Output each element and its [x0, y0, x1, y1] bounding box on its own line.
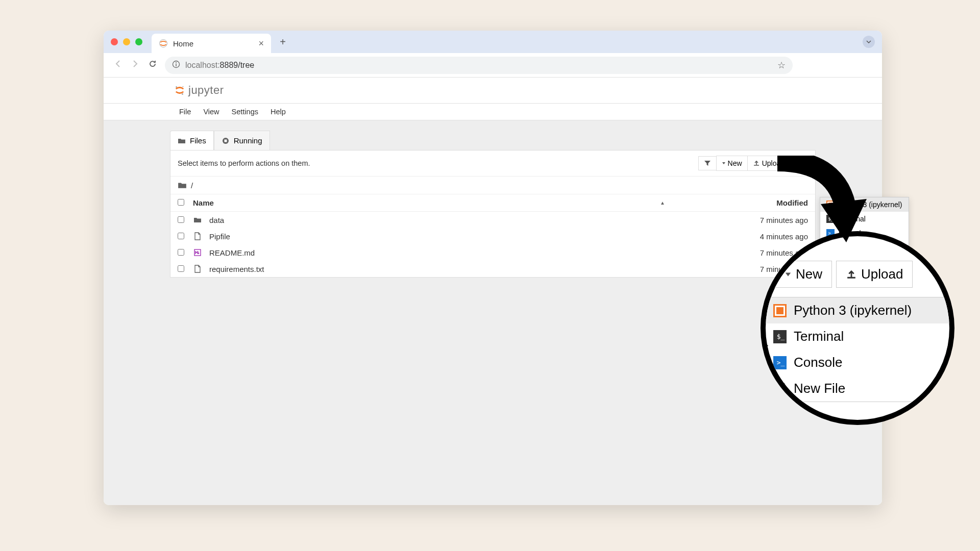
menu-bar: File View Settings Help — [104, 104, 882, 120]
tab-bar: Home × + — [104, 31, 882, 53]
svg-point-2 — [176, 62, 177, 63]
python-kernel-icon — [826, 201, 835, 209]
svg-point-4 — [176, 86, 177, 88]
file-list-header: Name ▲ Modified — [170, 194, 815, 212]
tabs-dropdown-button[interactable] — [863, 36, 875, 48]
jupyter-planet-icon — [174, 85, 185, 96]
browser-window: Home × + localhost:8889/tree ☆ — [104, 31, 882, 505]
browser-tab[interactable]: Home × — [152, 34, 271, 53]
url-bar-area: localhost:8889/tree ☆ — [104, 53, 882, 78]
caret-down-icon — [722, 161, 726, 165]
filter-button[interactable] — [698, 156, 717, 170]
address-bar[interactable]: localhost:8889/tree ☆ — [165, 57, 793, 74]
refresh-icon — [795, 160, 802, 167]
svg-point-6 — [182, 93, 183, 95]
maximize-window-button[interactable] — [135, 38, 142, 45]
file-row[interactable]: requirements.txt7 minutes ago — [170, 261, 815, 277]
breadcrumb-path[interactable]: / — [191, 181, 193, 190]
refresh-button[interactable] — [790, 156, 808, 170]
folder-icon — [178, 137, 186, 145]
back-button[interactable] — [113, 59, 123, 71]
magnifier-terminal-label: Terminal — [794, 329, 844, 344]
new-button[interactable]: New — [716, 156, 748, 171]
magnifier-upload-label: Upload — [861, 266, 903, 282]
traffic-lights — [111, 38, 142, 45]
select-hint-text: Select items to perform actions on them. — [178, 159, 699, 167]
menu-help[interactable]: Help — [265, 106, 291, 118]
magnifier-newfile-label: New File — [794, 381, 845, 396]
upload-button-label: Upload — [762, 159, 785, 167]
file-row[interactable]: README.md7 minutes ago — [170, 244, 815, 261]
url-text: localhost:8889/tree — [185, 61, 777, 70]
new-python3-label: Python 3 (ipykernel) — [839, 201, 902, 209]
bookmark-button[interactable]: ☆ — [777, 60, 786, 71]
file-row[interactable]: data7 minutes ago — [170, 212, 815, 228]
tab-files-label: Files — [190, 136, 206, 145]
magnifier-python-label: Python 3 (ipykernel) — [794, 303, 912, 318]
row-modified: 7 minutes ago — [685, 248, 808, 257]
tab-running[interactable]: Running — [214, 131, 270, 150]
magnifier-console-label: Console — [794, 355, 842, 370]
menu-file[interactable]: File — [174, 106, 196, 118]
new-python3-item[interactable]: Python 3 (ipykernel) — [820, 197, 909, 212]
close-window-button[interactable] — [111, 38, 118, 45]
column-name[interactable]: Name ▲ — [193, 198, 685, 207]
column-name-label: Name — [193, 198, 214, 207]
jupyter-logo-text: jupyter — [188, 84, 224, 97]
magnifier-item-newfile: New File — [763, 375, 954, 402]
file-row[interactable]: Pipfile4 minutes ago — [170, 228, 815, 244]
row-name[interactable]: data — [209, 216, 224, 224]
magnifier-item-console: >_ Console — [763, 349, 954, 375]
reload-button[interactable] — [148, 59, 158, 71]
magnifier-upload-button: Upload — [836, 261, 913, 288]
magnifier-callout: di New Upload Python 3 (ipykernel) $_ Te… — [761, 231, 954, 425]
console-icon: >_ — [773, 356, 787, 369]
svg-rect-3 — [176, 64, 176, 66]
tab-files[interactable]: Files — [170, 131, 214, 150]
folder-icon — [193, 215, 202, 224]
file-icon — [193, 264, 202, 273]
magnifier-new-label: New — [796, 266, 822, 282]
row-modified: 7 minutes ago — [685, 216, 808, 224]
forward-button[interactable] — [130, 59, 140, 71]
row-checkbox[interactable] — [178, 249, 184, 256]
panel-tabs: Files Running — [170, 131, 816, 150]
row-checkbox[interactable] — [178, 265, 184, 272]
column-modified[interactable]: Modified — [685, 198, 808, 207]
row-name[interactable]: requirements.txt — [209, 265, 264, 273]
new-terminal-item[interactable]: $_ Terminal — [820, 212, 909, 226]
new-terminal-label: Terminal — [839, 215, 866, 223]
python-kernel-icon — [773, 304, 787, 317]
browser-chrome: Home × + — [104, 31, 882, 53]
new-tab-button[interactable]: + — [275, 34, 290, 49]
magnifier-item-terminal: $_ Terminal — [763, 323, 954, 349]
terminal-icon: $_ — [773, 330, 787, 343]
menu-settings[interactable]: Settings — [227, 106, 263, 118]
upload-button[interactable]: Upload — [747, 156, 790, 171]
jupyter-logo[interactable]: jupyter — [174, 84, 224, 97]
folder-icon[interactable] — [178, 181, 187, 190]
minimize-window-button[interactable] — [123, 38, 130, 45]
panel-toolbar: Select items to perform actions on them.… — [170, 151, 815, 177]
sort-caret-icon: ▲ — [660, 200, 665, 206]
menu-view[interactable]: View — [198, 106, 224, 118]
row-name[interactable]: Pipfile — [209, 232, 230, 241]
row-checkbox[interactable] — [178, 233, 184, 239]
browser-tab-title: Home — [173, 39, 258, 48]
site-info-icon[interactable] — [172, 60, 180, 70]
tab-running-label: Running — [234, 136, 262, 145]
row-name[interactable]: README.md — [209, 248, 255, 257]
select-all-checkbox[interactable] — [178, 199, 184, 206]
magnifier-new-button: New — [775, 261, 832, 288]
row-modified: 4 minutes ago — [685, 232, 808, 241]
jupyter-header: jupyter — [104, 78, 882, 104]
terminal-icon: $_ — [826, 215, 835, 223]
running-icon — [222, 137, 230, 145]
new-button-label: New — [728, 159, 742, 167]
magnifier-item-python: Python 3 (ipykernel) — [763, 297, 954, 323]
row-checkbox[interactable] — [178, 216, 184, 223]
svg-rect-8 — [224, 139, 227, 142]
upload-icon — [753, 160, 760, 167]
file-icon — [193, 232, 202, 241]
close-tab-button[interactable]: × — [258, 38, 264, 49]
